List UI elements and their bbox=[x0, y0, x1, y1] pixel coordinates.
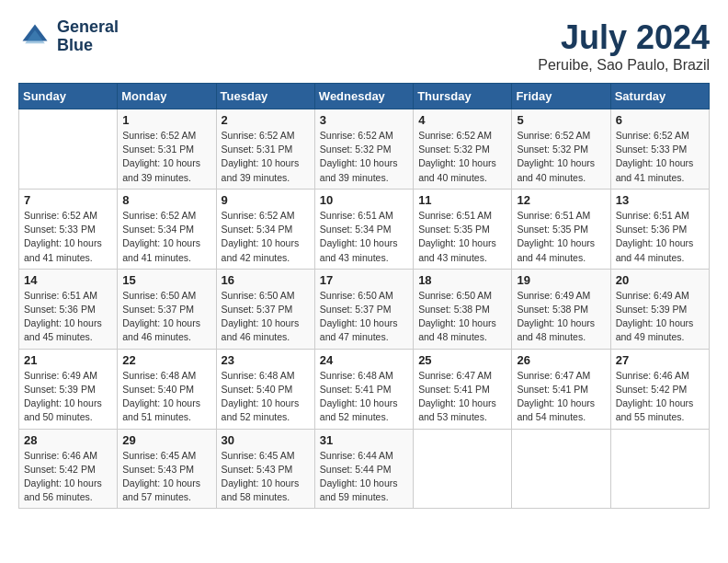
calendar-cell: 20Sunrise: 6:49 AM Sunset: 5:39 PM Dayli… bbox=[610, 269, 709, 349]
calendar-cell bbox=[19, 109, 118, 190]
day-info: Sunrise: 6:52 AM Sunset: 5:34 PM Dayligh… bbox=[122, 209, 210, 265]
calendar-cell: 22Sunrise: 6:48 AM Sunset: 5:40 PM Dayli… bbox=[118, 349, 216, 429]
calendar-day-header: Saturday bbox=[610, 84, 709, 109]
calendar-cell: 28Sunrise: 6:46 AM Sunset: 5:42 PM Dayli… bbox=[19, 429, 118, 509]
day-number: 9 bbox=[222, 193, 310, 207]
page-header: General Blue July 2024 Peruibe, Sao Paul… bbox=[18, 18, 710, 74]
day-info: Sunrise: 6:50 AM Sunset: 5:37 PM Dayligh… bbox=[222, 289, 310, 345]
calendar-cell bbox=[414, 429, 512, 509]
calendar-cell: 16Sunrise: 6:50 AM Sunset: 5:37 PM Dayli… bbox=[216, 269, 314, 349]
day-number: 11 bbox=[418, 193, 506, 207]
day-number: 26 bbox=[517, 353, 605, 367]
day-info: Sunrise: 6:45 AM Sunset: 5:43 PM Dayligh… bbox=[222, 449, 310, 505]
day-info: Sunrise: 6:52 AM Sunset: 5:31 PM Dayligh… bbox=[122, 129, 210, 185]
day-number: 15 bbox=[122, 273, 210, 287]
day-number: 17 bbox=[320, 273, 408, 287]
day-number: 2 bbox=[222, 113, 310, 127]
calendar-cell: 17Sunrise: 6:50 AM Sunset: 5:37 PM Dayli… bbox=[314, 269, 413, 349]
day-info: Sunrise: 6:51 AM Sunset: 5:34 PM Dayligh… bbox=[320, 209, 408, 265]
day-number: 3 bbox=[320, 113, 408, 127]
calendar-cell: 7Sunrise: 6:52 AM Sunset: 5:33 PM Daylig… bbox=[19, 189, 118, 269]
calendar-cell: 9Sunrise: 6:52 AM Sunset: 5:34 PM Daylig… bbox=[216, 189, 314, 269]
calendar-day-header: Tuesday bbox=[216, 84, 314, 109]
calendar-week-row: 1Sunrise: 6:52 AM Sunset: 5:31 PM Daylig… bbox=[19, 109, 710, 190]
calendar-cell: 26Sunrise: 6:47 AM Sunset: 5:41 PM Dayli… bbox=[512, 349, 610, 429]
day-info: Sunrise: 6:49 AM Sunset: 5:39 PM Dayligh… bbox=[24, 369, 112, 425]
day-number: 23 bbox=[222, 353, 310, 367]
day-number: 7 bbox=[24, 193, 112, 207]
day-number: 1 bbox=[122, 113, 210, 127]
day-number: 8 bbox=[122, 193, 210, 207]
calendar-day-header: Thursday bbox=[414, 84, 512, 109]
calendar-week-row: 14Sunrise: 6:51 AM Sunset: 5:36 PM Dayli… bbox=[19, 269, 710, 349]
calendar-table: SundayMondayTuesdayWednesdayThursdayFrid… bbox=[18, 83, 710, 509]
day-number: 30 bbox=[222, 433, 310, 447]
calendar-cell: 12Sunrise: 6:51 AM Sunset: 5:35 PM Dayli… bbox=[512, 189, 610, 269]
calendar-day-header: Friday bbox=[512, 84, 610, 109]
calendar-week-row: 21Sunrise: 6:49 AM Sunset: 5:39 PM Dayli… bbox=[19, 349, 710, 429]
day-number: 14 bbox=[24, 273, 112, 287]
day-info: Sunrise: 6:52 AM Sunset: 5:31 PM Dayligh… bbox=[222, 129, 310, 185]
day-info: Sunrise: 6:52 AM Sunset: 5:32 PM Dayligh… bbox=[418, 129, 506, 185]
day-number: 4 bbox=[418, 113, 506, 127]
day-info: Sunrise: 6:46 AM Sunset: 5:42 PM Dayligh… bbox=[24, 449, 112, 505]
calendar-cell: 15Sunrise: 6:50 AM Sunset: 5:37 PM Dayli… bbox=[118, 269, 216, 349]
calendar-cell: 19Sunrise: 6:49 AM Sunset: 5:38 PM Dayli… bbox=[512, 269, 610, 349]
day-info: Sunrise: 6:52 AM Sunset: 5:32 PM Dayligh… bbox=[517, 129, 605, 185]
day-info: Sunrise: 6:52 AM Sunset: 5:33 PM Dayligh… bbox=[24, 209, 112, 265]
day-number: 19 bbox=[517, 273, 605, 287]
calendar-cell: 5Sunrise: 6:52 AM Sunset: 5:32 PM Daylig… bbox=[512, 109, 610, 190]
day-info: Sunrise: 6:51 AM Sunset: 5:36 PM Dayligh… bbox=[616, 209, 704, 265]
logo-icon bbox=[18, 20, 51, 53]
calendar-cell: 11Sunrise: 6:51 AM Sunset: 5:35 PM Dayli… bbox=[414, 189, 512, 269]
calendar-cell bbox=[610, 429, 709, 509]
day-number: 21 bbox=[24, 353, 112, 367]
calendar-cell: 27Sunrise: 6:46 AM Sunset: 5:42 PM Dayli… bbox=[610, 349, 709, 429]
day-info: Sunrise: 6:50 AM Sunset: 5:37 PM Dayligh… bbox=[320, 289, 408, 345]
day-number: 18 bbox=[418, 273, 506, 287]
calendar-cell: 21Sunrise: 6:49 AM Sunset: 5:39 PM Dayli… bbox=[19, 349, 118, 429]
day-info: Sunrise: 6:48 AM Sunset: 5:40 PM Dayligh… bbox=[122, 369, 210, 425]
calendar-header-row: SundayMondayTuesdayWednesdayThursdayFrid… bbox=[19, 84, 710, 109]
day-info: Sunrise: 6:50 AM Sunset: 5:38 PM Dayligh… bbox=[418, 289, 506, 345]
day-info: Sunrise: 6:52 AM Sunset: 5:34 PM Dayligh… bbox=[222, 209, 310, 265]
calendar-cell: 1Sunrise: 6:52 AM Sunset: 5:31 PM Daylig… bbox=[118, 109, 216, 190]
day-info: Sunrise: 6:46 AM Sunset: 5:42 PM Dayligh… bbox=[616, 369, 704, 425]
calendar-cell: 25Sunrise: 6:47 AM Sunset: 5:41 PM Dayli… bbox=[414, 349, 512, 429]
day-number: 24 bbox=[320, 353, 408, 367]
calendar-cell: 8Sunrise: 6:52 AM Sunset: 5:34 PM Daylig… bbox=[118, 189, 216, 269]
day-info: Sunrise: 6:45 AM Sunset: 5:43 PM Dayligh… bbox=[122, 449, 210, 505]
calendar-cell: 31Sunrise: 6:44 AM Sunset: 5:44 PM Dayli… bbox=[314, 429, 413, 509]
calendar-week-row: 28Sunrise: 6:46 AM Sunset: 5:42 PM Dayli… bbox=[19, 429, 710, 509]
day-number: 13 bbox=[616, 193, 704, 207]
calendar-cell: 23Sunrise: 6:48 AM Sunset: 5:40 PM Dayli… bbox=[216, 349, 314, 429]
day-number: 28 bbox=[24, 433, 112, 447]
day-info: Sunrise: 6:49 AM Sunset: 5:39 PM Dayligh… bbox=[616, 289, 704, 345]
day-number: 25 bbox=[418, 353, 506, 367]
calendar-cell bbox=[512, 429, 610, 509]
calendar-day-header: Sunday bbox=[19, 84, 118, 109]
calendar-cell: 3Sunrise: 6:52 AM Sunset: 5:32 PM Daylig… bbox=[314, 109, 413, 190]
calendar-day-header: Monday bbox=[118, 84, 216, 109]
day-info: Sunrise: 6:52 AM Sunset: 5:32 PM Dayligh… bbox=[320, 129, 408, 185]
calendar-cell: 13Sunrise: 6:51 AM Sunset: 5:36 PM Dayli… bbox=[610, 189, 709, 269]
day-number: 29 bbox=[122, 433, 210, 447]
calendar-cell: 29Sunrise: 6:45 AM Sunset: 5:43 PM Dayli… bbox=[118, 429, 216, 509]
day-info: Sunrise: 6:44 AM Sunset: 5:44 PM Dayligh… bbox=[320, 449, 408, 505]
day-info: Sunrise: 6:48 AM Sunset: 5:40 PM Dayligh… bbox=[222, 369, 310, 425]
day-info: Sunrise: 6:50 AM Sunset: 5:37 PM Dayligh… bbox=[122, 289, 210, 345]
day-number: 12 bbox=[517, 193, 605, 207]
day-number: 31 bbox=[320, 433, 408, 447]
calendar-cell: 14Sunrise: 6:51 AM Sunset: 5:36 PM Dayli… bbox=[19, 269, 118, 349]
day-number: 6 bbox=[616, 113, 704, 127]
calendar-cell: 6Sunrise: 6:52 AM Sunset: 5:33 PM Daylig… bbox=[610, 109, 709, 190]
day-number: 10 bbox=[320, 193, 408, 207]
calendar-cell: 4Sunrise: 6:52 AM Sunset: 5:32 PM Daylig… bbox=[414, 109, 512, 190]
day-info: Sunrise: 6:51 AM Sunset: 5:35 PM Dayligh… bbox=[418, 209, 506, 265]
calendar-cell: 18Sunrise: 6:50 AM Sunset: 5:38 PM Dayli… bbox=[414, 269, 512, 349]
day-info: Sunrise: 6:51 AM Sunset: 5:36 PM Dayligh… bbox=[24, 289, 112, 345]
logo-text: General Blue bbox=[57, 18, 119, 55]
day-info: Sunrise: 6:47 AM Sunset: 5:41 PM Dayligh… bbox=[418, 369, 506, 425]
location-subtitle: Peruibe, Sao Paulo, Brazil bbox=[538, 57, 710, 74]
calendar-cell: 2Sunrise: 6:52 AM Sunset: 5:31 PM Daylig… bbox=[216, 109, 314, 190]
